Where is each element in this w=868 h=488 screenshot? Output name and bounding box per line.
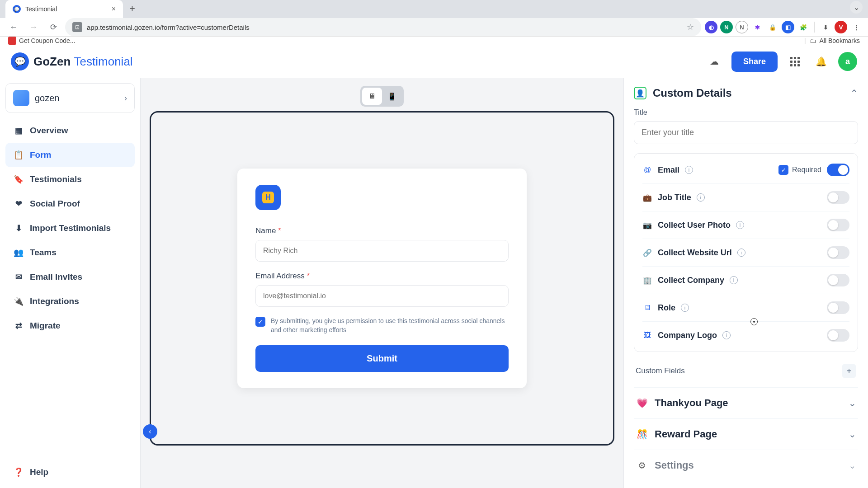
sidebar-item-teams[interactable]: 👥 Teams <box>5 240 135 265</box>
tabs-dropdown[interactable]: ⌄ <box>850 1 863 14</box>
title-input[interactable] <box>634 121 858 144</box>
grid-icon: ▦ <box>14 126 24 136</box>
workspace-selector[interactable]: gozen › <box>5 83 135 113</box>
chevron-down-icon: ⌄ <box>849 460 856 471</box>
share-button[interactable]: Share <box>731 52 778 72</box>
sidebar-item-overview[interactable]: ▦ Overview <box>5 118 135 143</box>
download-icon: ⬇ <box>14 223 24 233</box>
consent-row: ✓ By submitting, you give us permission … <box>255 317 509 334</box>
sidebar-item-label: Form <box>30 150 52 160</box>
chevron-down-icon: ⌄ <box>849 398 856 408</box>
sidebar-item-social-proof[interactable]: ❤ Social Proof <box>5 192 135 216</box>
info-icon[interactable]: i <box>737 249 745 257</box>
section-settings[interactable]: ⚙ Settings ⌄ <box>634 450 858 481</box>
all-bookmarks-label: All Bookmarks <box>820 37 860 44</box>
sidebar-item-label: Help <box>30 467 48 477</box>
notifications-icon[interactable]: 🔔 <box>812 52 830 70</box>
divider <box>814 22 815 33</box>
section-thankyou[interactable]: 💗 Thankyou Page ⌄ <box>634 387 858 418</box>
image-icon: 🖼 <box>642 330 652 340</box>
option-label: Collect User Photo <box>658 221 731 230</box>
collapse-sidebar-button[interactable]: ‹ <box>143 424 157 439</box>
users-icon: 👥 <box>14 248 24 258</box>
role-toggle[interactable] <box>827 301 849 314</box>
site-info-icon[interactable]: ⊡ <box>72 22 82 32</box>
confetti-icon: 🎊 <box>636 428 648 441</box>
name-input[interactable] <box>255 240 509 262</box>
url-field[interactable]: ⊡ app.testimonial.gozen.io/form?active=c… <box>65 18 701 36</box>
user-photo-toggle[interactable] <box>827 219 849 231</box>
downloads-icon[interactable]: ⬇ <box>819 21 832 33</box>
sidebar-item-migrate[interactable]: ⇄ Migrate <box>5 314 135 338</box>
extension-icon[interactable]: 🔒 <box>766 21 779 33</box>
info-icon[interactable]: i <box>697 193 705 202</box>
required-checkbox-wrap: ✓ Required <box>778 165 821 175</box>
sidebar-item-email-invites[interactable]: ✉ Email Invites <box>5 265 135 289</box>
company-toggle[interactable] <box>827 274 849 286</box>
reload-button[interactable]: ⟳ <box>45 19 61 35</box>
back-button[interactable]: ← <box>5 19 22 35</box>
browser-tab[interactable]: Testimonial × <box>5 0 123 18</box>
extension-icon[interactable]: N <box>720 21 733 33</box>
panel-header[interactable]: 👤 Custom Details ⌃ <box>634 87 858 99</box>
sidebar-item-import[interactable]: ⬇ Import Testimonials <box>5 216 135 240</box>
email-toggle[interactable] <box>827 164 849 176</box>
bookmark-item[interactable]: Get Coupon Code... <box>8 37 75 45</box>
apps-icon[interactable] <box>786 52 804 70</box>
profile-avatar[interactable]: V <box>835 21 847 33</box>
panel-title: Custom Details <box>653 87 844 99</box>
close-icon[interactable]: × <box>112 5 116 13</box>
info-icon[interactable]: i <box>722 331 731 339</box>
desktop-view-button[interactable]: 🖥 <box>362 88 382 105</box>
section-reward[interactable]: 🎊 Reward Page ⌄ <box>634 418 858 450</box>
all-bookmarks-button[interactable]: | 🗀 All Bookmarks <box>804 37 860 44</box>
sidebar-item-label: Overview <box>30 126 68 136</box>
sidebar-item-help[interactable]: ❓ Help <box>5 460 135 484</box>
at-icon: @ <box>642 165 652 175</box>
required-checkbox[interactable]: ✓ <box>778 165 788 175</box>
chevron-up-icon: ⌃ <box>850 88 858 99</box>
new-tab-button[interactable]: + <box>123 3 142 14</box>
consent-checkbox[interactable]: ✓ <box>255 317 265 327</box>
preview-frame: ‹ H Name * Email Address * <box>150 111 614 446</box>
extensions-button[interactable]: 🧩 <box>797 21 810 33</box>
required-label: Required <box>792 166 821 174</box>
sidebar-item-testimonials[interactable]: 🔖 Testimonials <box>5 167 135 192</box>
logo[interactable]: 💬 GoZen Testimonial <box>11 52 133 70</box>
info-icon[interactable]: i <box>730 276 738 284</box>
cursor-indicator <box>750 318 758 325</box>
bookmark-star-icon[interactable]: ☆ <box>687 22 694 32</box>
forward-button[interactable]: → <box>25 19 42 35</box>
section-title: Reward Page <box>655 428 842 440</box>
info-icon[interactable]: i <box>685 166 693 174</box>
extension-icon[interactable]: ✱ <box>751 21 764 33</box>
sidebar-item-form[interactable]: 📋 Form <box>5 143 135 167</box>
info-icon[interactable]: i <box>681 304 689 312</box>
section-title: Thankyou Page <box>655 397 842 409</box>
user-avatar[interactable]: a <box>838 52 857 71</box>
workspace-name: gozen <box>35 93 119 103</box>
building-icon: 🏢 <box>642 275 652 285</box>
company-logo-toggle[interactable] <box>827 329 849 342</box>
option-label: Collect Company <box>658 276 724 285</box>
menu-icon[interactable]: ⋮ <box>850 21 863 33</box>
sidebar-item-label: Email Invites <box>30 272 82 282</box>
extension-icon[interactable]: ◧ <box>782 21 794 33</box>
consent-text: By submitting, you give us permission to… <box>271 317 509 334</box>
device-toggle: 🖥 📱 <box>360 86 404 107</box>
website-toggle[interactable] <box>827 246 849 259</box>
add-custom-field-button[interactable]: + <box>842 364 856 378</box>
cloud-sync-icon[interactable]: ☁ <box>705 52 723 70</box>
email-input[interactable] <box>255 285 509 307</box>
submit-button[interactable]: Submit <box>255 345 509 372</box>
sidebar-item-integrations[interactable]: 🔌 Integrations <box>5 289 135 314</box>
address-bar: ← → ⟳ ⊡ app.testimonial.gozen.io/form?ac… <box>0 18 868 37</box>
job-title-toggle[interactable] <box>827 191 849 204</box>
name-field-label: Name * <box>255 226 509 235</box>
sidebar-item-label: Testimonials <box>30 174 82 184</box>
extension-icon[interactable]: ◐ <box>705 21 717 33</box>
mail-icon: ✉ <box>14 272 24 282</box>
extension-icon[interactable]: N <box>736 21 748 33</box>
mobile-view-button[interactable]: 📱 <box>382 88 402 105</box>
info-icon[interactable]: i <box>736 221 744 229</box>
